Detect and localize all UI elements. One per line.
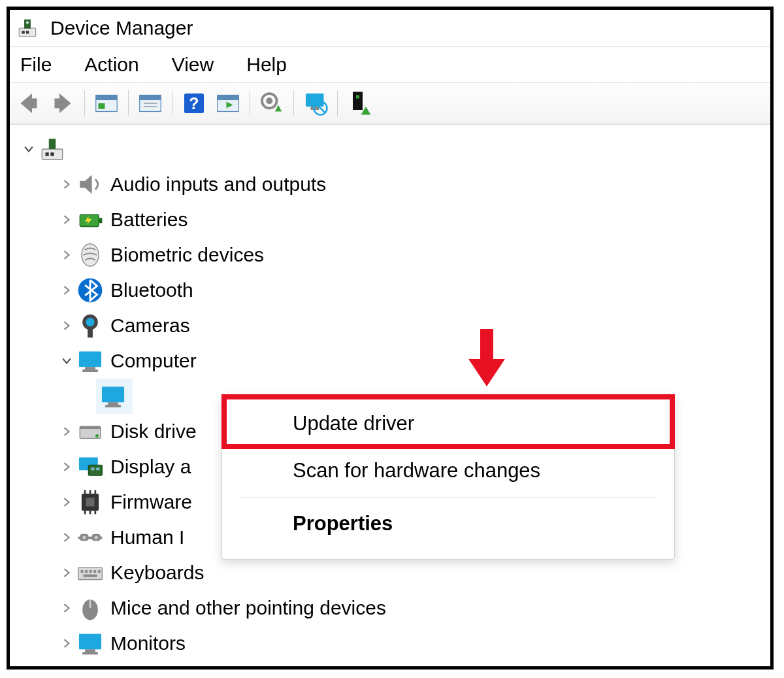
tree-label: Human I bbox=[110, 526, 184, 549]
context-menu: Update driver Scan for hardware changes … bbox=[221, 394, 675, 560]
svg-rect-70 bbox=[79, 634, 101, 650]
svg-text:?: ? bbox=[189, 94, 199, 112]
add-legacy-button[interactable] bbox=[344, 88, 374, 118]
toolbar-separator bbox=[337, 90, 338, 116]
svg-rect-45 bbox=[88, 465, 102, 475]
tree-label: Keyboards bbox=[110, 561, 204, 585]
tree-label: Display a bbox=[110, 455, 191, 479]
expander-icon[interactable] bbox=[59, 460, 74, 474]
tree-label: Biometric devices bbox=[110, 243, 264, 267]
expander-icon[interactable] bbox=[59, 495, 74, 509]
tree-label: Monitors bbox=[110, 632, 186, 655]
svg-rect-47 bbox=[96, 467, 99, 470]
menu-action[interactable]: Action bbox=[79, 52, 144, 77]
tree-category-biometric[interactable]: Biometric devices bbox=[50, 237, 768, 273]
expander-icon[interactable] bbox=[59, 318, 74, 333]
tree-category-mice[interactable]: Mice and other pointing devices bbox=[50, 590, 768, 626]
tree-label: Computer bbox=[110, 349, 197, 373]
window-title: Device Manager bbox=[50, 17, 193, 39]
svg-rect-23 bbox=[356, 95, 359, 99]
back-button[interactable] bbox=[14, 88, 44, 118]
mouse-icon bbox=[76, 594, 104, 622]
context-update-driver[interactable]: Update driver bbox=[222, 400, 674, 447]
titlebar: Device Manager bbox=[10, 10, 770, 46]
svg-rect-67 bbox=[84, 575, 97, 577]
update-driver-button[interactable] bbox=[257, 88, 287, 118]
svg-point-60 bbox=[95, 535, 98, 539]
forward-button[interactable] bbox=[48, 88, 78, 118]
svg-rect-37 bbox=[82, 369, 98, 372]
expander-icon[interactable] bbox=[59, 601, 74, 615]
expander-icon[interactable] bbox=[59, 354, 74, 368]
fingerprint-icon bbox=[76, 241, 104, 269]
monitor-icon bbox=[76, 630, 104, 657]
svg-rect-25 bbox=[46, 152, 49, 156]
tree-category-computer[interactable]: Computer bbox=[50, 343, 768, 379]
svg-rect-27 bbox=[49, 139, 56, 149]
svg-rect-7 bbox=[99, 103, 105, 109]
expander-icon[interactable] bbox=[59, 283, 74, 297]
device-manager-icon bbox=[16, 17, 39, 39]
tree-category-audio[interactable]: Audio inputs and outputs bbox=[50, 167, 768, 202]
svg-rect-61 bbox=[78, 568, 103, 579]
svg-rect-22 bbox=[353, 92, 363, 110]
show-hidden-button[interactable] bbox=[91, 88, 122, 118]
toolbar-separator bbox=[172, 90, 172, 116]
svg-rect-64 bbox=[90, 570, 92, 573]
toolbar: ? bbox=[10, 83, 770, 125]
tree-label: Disk drive bbox=[110, 420, 197, 443]
properties-button[interactable] bbox=[135, 88, 165, 118]
menu-view[interactable]: View bbox=[167, 52, 219, 77]
battery-icon bbox=[76, 206, 104, 233]
tree-category-cameras[interactable]: Cameras bbox=[50, 308, 768, 343]
toolbar-separator bbox=[250, 90, 250, 116]
expander-icon[interactable] bbox=[59, 424, 74, 439]
tree-label: Audio inputs and outputs bbox=[110, 173, 326, 196]
bluetooth-icon bbox=[76, 277, 104, 304]
svg-rect-34 bbox=[88, 329, 93, 337]
expander-icon[interactable] bbox=[59, 248, 74, 262]
svg-rect-39 bbox=[108, 402, 118, 405]
tree-category-bluetooth[interactable]: Bluetooth bbox=[50, 273, 768, 308]
svg-rect-2 bbox=[26, 31, 29, 33]
camera-icon bbox=[76, 312, 104, 339]
expander-icon[interactable] bbox=[59, 212, 74, 227]
expander-icon[interactable] bbox=[59, 636, 74, 651]
tree-root[interactable] bbox=[12, 131, 768, 167]
tree-label: Firmware bbox=[110, 490, 192, 514]
svg-rect-38 bbox=[102, 387, 124, 403]
context-properties[interactable]: Properties bbox=[222, 500, 674, 547]
tree-item-computer-child[interactable] bbox=[96, 379, 133, 414]
svg-point-33 bbox=[86, 318, 94, 326]
toolbar-separator bbox=[128, 90, 129, 116]
menubar: File Action View Help bbox=[10, 46, 770, 83]
speaker-icon bbox=[76, 171, 104, 198]
expander-icon[interactable] bbox=[59, 566, 74, 580]
tree-label: Mice and other pointing devices bbox=[110, 596, 386, 620]
tree-category-monitors[interactable]: Monitors bbox=[50, 626, 768, 661]
menu-help[interactable]: Help bbox=[241, 52, 292, 77]
svg-rect-1 bbox=[22, 31, 25, 33]
svg-rect-71 bbox=[85, 649, 95, 652]
scan-button[interactable] bbox=[213, 88, 243, 118]
svg-rect-63 bbox=[85, 570, 88, 573]
tree-category-keyboards[interactable]: Keyboards bbox=[50, 555, 768, 590]
tree-label: Batteries bbox=[110, 208, 188, 231]
expander-icon[interactable] bbox=[59, 177, 74, 192]
monitor-icon bbox=[76, 347, 104, 375]
chip-icon bbox=[76, 488, 104, 516]
expander-icon[interactable] bbox=[59, 530, 74, 545]
svg-rect-65 bbox=[93, 570, 96, 573]
uninstall-button[interactable] bbox=[301, 88, 331, 118]
expander-icon[interactable] bbox=[22, 142, 36, 156]
svg-rect-46 bbox=[91, 467, 94, 470]
hid-icon bbox=[76, 524, 104, 551]
svg-rect-6 bbox=[96, 95, 118, 101]
toolbar-separator bbox=[84, 90, 85, 116]
computer-root-icon bbox=[39, 135, 66, 163]
menu-file[interactable]: File bbox=[15, 52, 57, 77]
tree-category-batteries[interactable]: Batteries bbox=[50, 202, 768, 237]
help-button[interactable]: ? bbox=[179, 88, 209, 118]
context-scan-hardware[interactable]: Scan for hardware changes bbox=[222, 447, 674, 494]
toolbar-separator bbox=[293, 90, 294, 116]
